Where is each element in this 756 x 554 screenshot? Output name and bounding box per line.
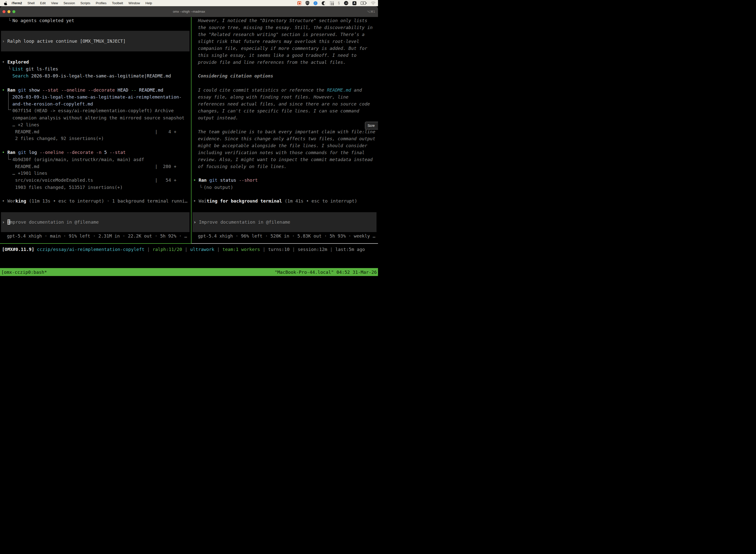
- terminal-content: └ No agents completed yet › Ralph loop a…: [0, 17, 378, 277]
- menu-item-iterm2[interactable]: iTerm2: [9, 1, 25, 5]
- ran-git-log-line: • Ran git log --oneline --decorate -n 5 …: [2, 149, 126, 156]
- right-agent-pane[interactable]: However, I noticed the "Directory Struct…: [191, 17, 378, 244]
- apple-menu-icon[interactable]: [4, 1, 7, 5]
- explored-list-line: └ List git ls-files: [12, 65, 58, 72]
- left-agent-pane[interactable]: └ No agents completed yet › Ralph loop a…: [0, 17, 191, 244]
- thinking-line: changes, I can't cite specific file line…: [198, 107, 359, 114]
- thinking-line: companion file, especially if more comme…: [198, 45, 367, 52]
- working-status-line: • Working (11m 13s • esc to interrupt) ·…: [2, 198, 188, 205]
- menu-item-window[interactable]: Window: [126, 1, 143, 5]
- log-truncated-lines: … +1901 lines: [12, 170, 47, 177]
- badge-61-icon[interactable]: ..61: [344, 1, 348, 5]
- prompt-input[interactable]: › Improve documentation in @filename: [192, 212, 377, 232]
- thinking-line: output instead.: [198, 114, 238, 121]
- log-summary-line: 1903 files changed, 513517 insertions(+): [15, 184, 123, 191]
- tree-connector: [8, 92, 11, 110]
- wifi-icon[interactable]: [371, 1, 376, 5]
- ran-git-status-line: • Ran git status --short: [193, 177, 258, 184]
- thinking-line: essay file, along with finding root file…: [198, 94, 349, 101]
- battery-icon[interactable]: [361, 1, 367, 5]
- log-stat-line-1: README.md | 280 +: [15, 163, 176, 170]
- menu-item-profiles[interactable]: Profiles: [93, 1, 109, 5]
- explored-header: • Explored: [2, 59, 29, 65]
- thinking-line: evidence. Since this change only affects…: [198, 135, 375, 142]
- menu-item-toolbelt[interactable]: Toolbelt: [109, 1, 126, 5]
- show-truncated-lines: … +2 lines: [12, 121, 39, 128]
- window-titlebar: omx --xhigh --madmax ⌥⌘1: [0, 6, 378, 17]
- thinking-line: of focusing solely on file lines.: [198, 163, 287, 170]
- ralph-loop-text: › Ralph loop active continue [OMX_TMUX_I…: [2, 38, 126, 45]
- screen-share-tab[interactable]: Scre: [365, 122, 378, 129]
- thinking-line: this single essay, it seems like a good …: [198, 52, 357, 59]
- thinking-line: The team guideline is to back every impo…: [198, 128, 375, 135]
- prompt-input[interactable]: › Improve documentation in @filename: [1, 212, 189, 232]
- menu-item-help[interactable]: Help: [143, 1, 155, 5]
- show-commit-line-1: 067f154 (HEAD -> essay/ai-reimplementati…: [12, 107, 174, 114]
- thinking-line: review. Also, I might want to inspect th…: [198, 156, 373, 163]
- show-arg-file-line-2: and-the-erosion-of-copyleft.md: [7, 101, 93, 107]
- log-commit-line: 4b9d30f (origin/main, instructkr/main, m…: [12, 156, 144, 163]
- tmux-status-bar: [omx-cczip0:bash* "MacBook-Pro-44.local"…: [0, 268, 378, 276]
- iterm2-window: omx --xhigh --madmax ⌥⌘1 └ No agents com…: [0, 6, 378, 277]
- tmux-host-clock-label: "MacBook-Pro-44.local" 04:52 31-Mar-26: [274, 270, 377, 275]
- shield-app-icon[interactable]: [306, 1, 309, 5]
- menu-item-edit[interactable]: Edit: [38, 1, 48, 5]
- waiting-status-line: • Waiting for background terminal (1m 41…: [193, 198, 357, 205]
- log-stat-line-2: src/voice/voiceModeEnabled.ts | 54 +: [15, 177, 176, 184]
- prompt-input-text[interactable]: › Improve documentation in @filename: [193, 219, 290, 226]
- thinking-line-with-link: I could cite commit statistics or refere…: [198, 87, 362, 94]
- thinking-line: provide file and line references from th…: [198, 59, 346, 66]
- explored-search-line: Search 2026-03-09-is-legal-the-same-as-l…: [12, 72, 171, 79]
- model-status-line: gpt-5.4 xhigh · 96% left · 520K in · 5.8…: [198, 233, 375, 239]
- prompt-input-text[interactable]: › Improve documentation in @filename: [2, 219, 99, 226]
- thinking-line: including verification notes with those …: [198, 149, 365, 156]
- show-summary-line: 2 files changed, 92 insertions(+): [15, 135, 104, 142]
- window-title: omx --xhigh --madmax: [0, 10, 378, 13]
- tree-connector: [8, 153, 11, 160]
- thinking-line: references need actual files, and since …: [198, 101, 370, 107]
- menu-item-session[interactable]: Session: [61, 1, 78, 5]
- menu-item-shell[interactable]: Shell: [25, 1, 38, 5]
- thinking-line: However, I noticed the "Directory Struct…: [198, 17, 367, 24]
- show-stat-line: README.md | 4 +: [15, 128, 176, 135]
- ralph-loop-banner: › Ralph loop active continue [OMX_TMUX_I…: [1, 31, 189, 51]
- window-shortcut-badge: ⌥⌘1: [367, 10, 375, 13]
- show-commit-line-2: companion analysis without altering the …: [12, 114, 185, 121]
- model-status-line: gpt-5.4 xhigh · main · 91% left · 2.31M …: [7, 233, 187, 239]
- screen-share-label: Scre: [368, 124, 375, 127]
- crescent-app-icon[interactable]: [322, 1, 326, 5]
- omx-status-line: [OMX#0.11.9] cczip/essay/ai-reimplementa…: [2, 246, 365, 253]
- ran-git-show-line: • Ran git show --stat --oneline --decora…: [2, 87, 163, 94]
- dots-grid-icon[interactable]: [330, 1, 334, 5]
- menu-bar: iTerm2 Shell Edit View Session Scripts P…: [0, 0, 378, 6]
- no-output-line: └ (no output): [204, 184, 233, 191]
- menu-item-scripts[interactable]: Scripts: [78, 1, 93, 5]
- show-arg-file-line-1: 2026-03-09-is-legal-the-same-as-legitima…: [7, 94, 182, 101]
- chat-app-icon[interactable]: [297, 1, 301, 5]
- menu-item-view[interactable]: View: [48, 1, 61, 5]
- thinking-section-header: Considering citation options: [198, 72, 273, 79]
- thinking-line: the source tree, missing the essay. Stil…: [198, 24, 373, 31]
- agents-completed-line: └ No agents completed yet: [12, 17, 74, 24]
- letter-a-app-icon[interactable]: A: [353, 1, 357, 5]
- thinking-line: slight risk that future readers may over…: [198, 38, 359, 45]
- spark-badge-icon[interactable]: [314, 1, 317, 5]
- squiggle-icon[interactable]: §: [338, 1, 340, 5]
- thinking-line: might be acceptable alongside the file l…: [198, 142, 367, 149]
- thinking-line: the "Related research writing" section i…: [198, 31, 365, 38]
- tmux-session-window-label[interactable]: [omx-cczip0:bash*: [1, 270, 47, 275]
